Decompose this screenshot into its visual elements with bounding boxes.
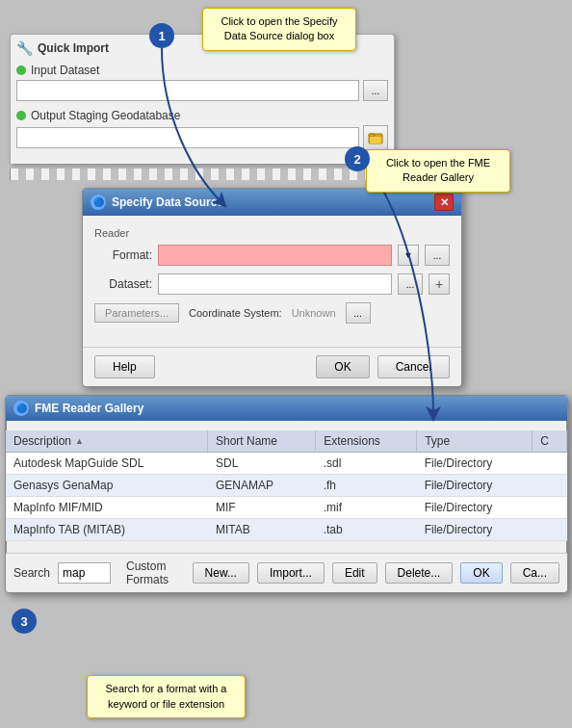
ok-btn[interactable]: OK	[316, 355, 369, 378]
help-btn[interactable]: Help	[94, 355, 155, 378]
output-staging-field[interactable]	[16, 127, 359, 148]
dialog-footer: Help OK Cancel	[83, 347, 461, 386]
output-staging-label-row: Output Staging Geodatabase	[16, 109, 388, 122]
input-dataset-control: ...	[16, 80, 388, 101]
step-number-3: 3	[12, 609, 37, 634]
coord-browse-btn[interactable]: ...	[346, 302, 371, 324]
coordinate-system-label: Coordinate System:	[189, 307, 282, 319]
col-extensions[interactable]: Extensions	[316, 430, 417, 453]
dataset-row: Dataset: ... +	[94, 273, 450, 295]
gallery-ok-btn[interactable]: OK	[460, 562, 502, 584]
cancel-btn[interactable]: Cancel	[377, 355, 450, 378]
dataset-label: Dataset:	[94, 277, 152, 291]
new-btn[interactable]: New...	[193, 562, 249, 584]
title-bar-left: 🔵 Specify Data Source	[91, 195, 223, 210]
format-row: Format: ▼ ...	[94, 245, 450, 266]
col-description[interactable]: Description ▲	[6, 430, 208, 452]
input-dataset-row: Input Dataset ...	[16, 64, 388, 101]
gallery-cancel-btn[interactable]: Ca...	[510, 562, 559, 584]
table-row[interactable]: MapInfo MIF/MIDMIF.mifFile/Directory	[6, 497, 567, 519]
step-number-1: 1	[149, 23, 174, 48]
output-staging-dot	[16, 111, 26, 120]
output-staging-icon-btn[interactable]	[363, 125, 388, 150]
output-staging-control	[16, 125, 388, 150]
torn-bottom	[6, 541, 567, 553]
coordinate-system-value: Unknown	[292, 307, 336, 319]
gallery-table: Description ▲ Short Name Extensions Type…	[6, 430, 567, 541]
col-type[interactable]: Type	[417, 430, 533, 453]
search-label: Search	[13, 566, 50, 580]
input-dataset-label: Input Dataset	[31, 64, 99, 77]
custom-formats-label: Custom Formats	[126, 559, 185, 586]
dialog-content: Reader Format: ▼ ... Dataset: ... + Para…	[83, 216, 461, 347]
svg-rect-1	[369, 134, 375, 137]
sort-arrow-icon: ▲	[75, 436, 84, 446]
table-row[interactable]: MapInfo TAB (MITAB)MITAB.tabFile/Directo…	[6, 519, 567, 541]
specify-dialog-title-bar: 🔵 Specify Data Source ✕	[83, 189, 461, 216]
tooltip-2: Click to open the FME Reader Gallery	[366, 149, 510, 193]
tooltip-3: Search for a format with a keyword or fi…	[87, 675, 246, 718]
input-dataset-label-row: Input Dataset	[16, 64, 388, 77]
table-row[interactable]: Genasys GenaMapGENAMAP.fhFile/Directory	[6, 475, 567, 497]
input-dataset-dot	[16, 65, 26, 75]
search-input[interactable]	[58, 562, 111, 584]
params-row: Parameters... Coordinate System: Unknown…	[94, 302, 450, 324]
table-row[interactable]: Autodesk MapGuide SDLSDL.sdlFile/Directo…	[6, 453, 567, 475]
edit-btn[interactable]: Edit	[332, 562, 377, 584]
reader-gallery: 🔵 FME Reader Gallery Description ▲ Short…	[5, 395, 568, 593]
gallery-icon: 🔵	[13, 401, 29, 416]
folder-icon	[368, 130, 383, 145]
col-c[interactable]: C	[533, 430, 567, 453]
parameters-btn[interactable]: Parameters...	[94, 303, 179, 323]
close-button[interactable]: ✕	[434, 194, 454, 211]
wrench-icon: 🔧	[16, 40, 33, 56]
torn-top	[6, 421, 567, 430]
delete-btn[interactable]: Delete...	[385, 562, 454, 584]
specify-dialog: 🔵 Specify Data Source ✕ Reader Format: ▼…	[82, 188, 462, 387]
gallery-footer: Search Custom Formats New... Import... E…	[6, 553, 567, 592]
output-staging-row: Output Staging Geodatabase	[16, 109, 388, 150]
tooltip-1: Click to open the Specify Data Source di…	[202, 8, 356, 51]
footer-left: Help	[94, 355, 155, 378]
input-dataset-field[interactable]	[16, 80, 359, 101]
quick-import-panel: 🔧 Quick Import Input Dataset ... Output …	[10, 34, 395, 164]
import-btn[interactable]: Import...	[257, 562, 325, 584]
dataset-field[interactable]	[158, 273, 392, 295]
torn-edge-quick-import	[10, 169, 395, 180]
dataset-browse-btn[interactable]: ...	[398, 273, 423, 295]
dataset-plus-btn[interactable]: +	[429, 273, 450, 295]
gallery-body: Description ▲ Short Name Extensions Type…	[6, 430, 567, 541]
output-staging-label: Output Staging Geodatabase	[31, 109, 180, 122]
format-label: Format:	[94, 248, 152, 262]
gallery-title-bar: 🔵 FME Reader Gallery	[6, 396, 567, 421]
reader-section-label: Reader	[94, 227, 450, 239]
dialog-icon: 🔵	[91, 195, 106, 210]
input-dataset-browse-btn[interactable]: ...	[363, 80, 388, 101]
footer-right: OK Cancel	[316, 355, 450, 378]
format-browse-btn[interactable]: ...	[425, 245, 450, 266]
step-number-2: 2	[345, 146, 370, 171]
gallery-title-left: 🔵 FME Reader Gallery	[13, 401, 143, 416]
svg-rect-2	[370, 137, 381, 143]
format-dropdown-btn[interactable]: ▼	[398, 245, 419, 266]
col-shortname[interactable]: Short Name	[208, 430, 316, 453]
format-field[interactable]	[158, 245, 392, 266]
